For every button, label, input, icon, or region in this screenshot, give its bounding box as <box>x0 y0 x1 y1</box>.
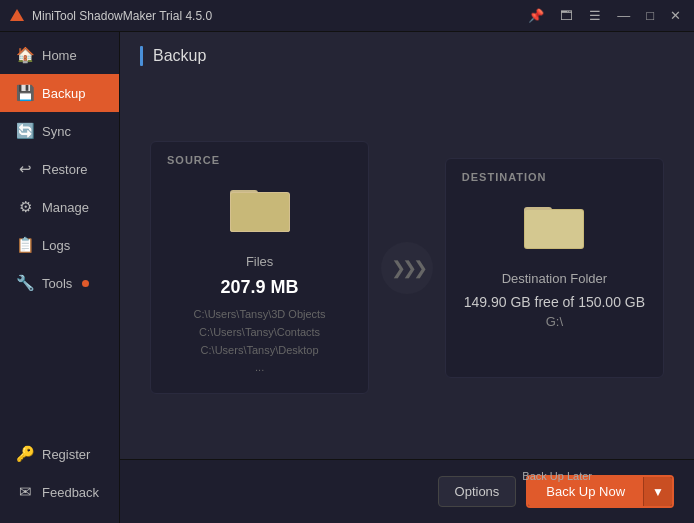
destination-folder-icon <box>524 199 584 261</box>
bottom-bar: Back Up Later Options Back Up Now ▼ <box>120 459 694 523</box>
home-icon: 🏠 <box>16 46 34 64</box>
backup-icon: 💾 <box>16 84 34 102</box>
sidebar-item-manage[interactable]: ⚙ Manage <box>0 188 119 226</box>
content-area: Backup SOURCE Files 207.9 MB <box>120 32 694 523</box>
sidebar-item-tools[interactable]: 🔧 Tools <box>0 264 119 302</box>
destination-drive: G:\ <box>546 314 563 329</box>
sidebar-label-home: Home <box>42 48 77 63</box>
arrow-icon: ❯❯❯ <box>381 242 433 294</box>
sidebar-item-sync[interactable]: 🔄 Sync <box>0 112 119 150</box>
source-path-3: C:\Users\Tansy\Desktop <box>194 342 326 360</box>
window-controls: 📌 🗔 ☰ — □ ✕ <box>523 6 686 25</box>
options-button[interactable]: Options <box>438 476 517 507</box>
title-bar: MiniTool ShadowMaker Trial 4.5.0 📌 🗔 ☰ —… <box>0 0 694 32</box>
tools-badge <box>82 280 89 287</box>
minimize-icon[interactable]: — <box>612 6 635 25</box>
app-title: MiniTool ShadowMaker Trial 4.5.0 <box>32 9 523 23</box>
svg-rect-8 <box>525 210 583 248</box>
sidebar: 🏠 Home 💾 Backup 🔄 Sync ↩ Restore ⚙ Manag… <box>0 32 120 523</box>
destination-free-space: 149.90 GB free of 150.00 GB <box>464 294 645 310</box>
sidebar-item-feedback[interactable]: ✉ Feedback <box>0 473 119 511</box>
backup-later-label: Back Up Later <box>522 470 592 482</box>
destination-name: Destination Folder <box>502 271 608 286</box>
sidebar-item-backup[interactable]: 💾 Backup <box>0 74 119 112</box>
sidebar-label-feedback: Feedback <box>42 485 99 500</box>
menu-icon[interactable]: ☰ <box>584 6 606 25</box>
sidebar-item-register[interactable]: 🔑 Register <box>0 435 119 473</box>
sync-icon: 🔄 <box>16 122 34 140</box>
logs-icon: 📋 <box>16 236 34 254</box>
source-paths: C:\Users\Tansy\3D Objects C:\Users\Tansy… <box>194 306 326 376</box>
restore-nav-icon: ↩ <box>16 160 34 178</box>
pin-icon[interactable]: 📌 <box>523 6 549 25</box>
source-path-ellipsis: ... <box>194 359 326 377</box>
sidebar-label-backup: Backup <box>42 86 85 101</box>
header-bar-accent <box>140 46 143 66</box>
source-path-2: C:\Users\Tansy\Contacts <box>194 324 326 342</box>
source-path-1: C:\Users\Tansy\3D Objects <box>194 306 326 324</box>
destination-card[interactable]: DESTINATION Destination Folder 149.90 GB… <box>445 158 664 378</box>
content-header: Backup <box>120 32 694 76</box>
svg-marker-0 <box>10 9 24 21</box>
app-logo <box>8 7 26 25</box>
manage-icon: ⚙ <box>16 198 34 216</box>
close-icon[interactable]: ✕ <box>665 6 686 25</box>
sidebar-item-restore[interactable]: ↩ Restore <box>0 150 119 188</box>
sidebar-label-logs: Logs <box>42 238 70 253</box>
source-card[interactable]: SOURCE Files 207.9 MB C:\Users\Tansy\3D … <box>150 141 369 393</box>
main-layout: 🏠 Home 💾 Backup 🔄 Sync ↩ Restore ⚙ Manag… <box>0 32 694 523</box>
register-icon: 🔑 <box>16 445 34 463</box>
sidebar-label-manage: Manage <box>42 200 89 215</box>
sidebar-bottom: 🔑 Register ✉ Feedback <box>0 435 119 523</box>
arrow-connector: ❯❯❯ <box>369 242 445 294</box>
source-label: SOURCE <box>167 154 220 166</box>
feedback-icon: ✉ <box>16 483 34 501</box>
sidebar-item-logs[interactable]: 📋 Logs <box>0 226 119 264</box>
source-size: 207.9 MB <box>221 277 299 298</box>
page-title: Backup <box>153 47 206 65</box>
source-folder-icon <box>230 182 290 244</box>
sidebar-label-tools: Tools <box>42 276 72 291</box>
sidebar-label-restore: Restore <box>42 162 88 177</box>
svg-rect-5 <box>231 193 289 231</box>
source-name: Files <box>246 254 273 269</box>
sidebar-spacer <box>0 302 119 435</box>
sidebar-item-home[interactable]: 🏠 Home <box>0 36 119 74</box>
maximize-icon[interactable]: □ <box>641 6 659 25</box>
backup-cards-area: SOURCE Files 207.9 MB C:\Users\Tansy\3D … <box>120 76 694 459</box>
sidebar-label-register: Register <box>42 447 90 462</box>
backup-dropdown-button[interactable]: ▼ <box>643 477 672 506</box>
destination-label: DESTINATION <box>462 171 547 183</box>
tools-icon: 🔧 <box>16 274 34 292</box>
restore-icon[interactable]: 🗔 <box>555 6 578 25</box>
sidebar-label-sync: Sync <box>42 124 71 139</box>
